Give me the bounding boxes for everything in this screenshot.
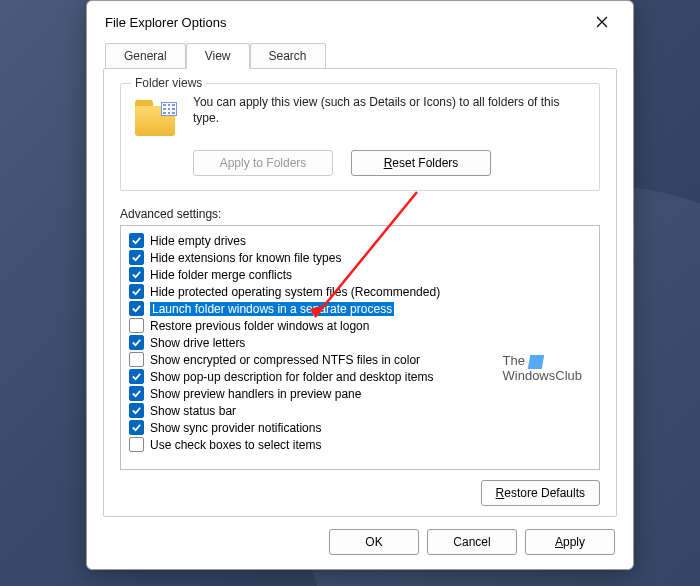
folder-icon [135, 98, 179, 138]
tab-bar: General View Search [87, 43, 633, 68]
checkbox[interactable] [129, 301, 144, 316]
reset-folders-button[interactable]: Reset Folders [351, 150, 491, 176]
setting-label: Hide protected operating system files (R… [150, 285, 440, 299]
checkbox[interactable] [129, 437, 144, 452]
cancel-button[interactable]: Cancel [427, 529, 517, 555]
setting-row[interactable]: Show preview handlers in preview pane [129, 385, 595, 402]
checkbox[interactable] [129, 284, 144, 299]
setting-row[interactable]: Show encrypted or compressed NTFS files … [129, 351, 595, 368]
view-tab-panel: Folder views You can apply this view (su… [103, 68, 617, 517]
setting-label: Show pop-up description for folder and d… [150, 370, 434, 384]
setting-label: Show encrypted or compressed NTFS files … [150, 353, 420, 367]
checkbox[interactable] [129, 250, 144, 265]
folder-views-description: You can apply this view (such as Details… [193, 94, 585, 126]
file-explorer-options-dialog: File Explorer Options General View Searc… [86, 0, 634, 570]
tab-search[interactable]: Search [250, 43, 326, 68]
advanced-settings-label: Advanced settings: [120, 207, 600, 221]
checkbox[interactable] [129, 335, 144, 350]
tab-general[interactable]: General [105, 43, 186, 68]
checkbox[interactable] [129, 233, 144, 248]
setting-label: Show status bar [150, 404, 236, 418]
setting-row[interactable]: Hide extensions for known file types [129, 249, 595, 266]
checkbox[interactable] [129, 369, 144, 384]
ok-button[interactable]: OK [329, 529, 419, 555]
apply-button[interactable]: Apply [525, 529, 615, 555]
titlebar: File Explorer Options [87, 1, 633, 41]
close-button[interactable] [583, 9, 621, 35]
setting-label: Launch folder windows in a separate proc… [150, 302, 394, 316]
setting-label: Show drive letters [150, 336, 245, 350]
advanced-settings-list[interactable]: Hide empty drivesHide extensions for kno… [120, 225, 600, 470]
setting-row[interactable]: Use check boxes to select items [129, 436, 595, 453]
close-icon [596, 16, 608, 28]
setting-label: Show preview handlers in preview pane [150, 387, 361, 401]
checkbox[interactable] [129, 352, 144, 367]
setting-row[interactable]: Hide empty drives [129, 232, 595, 249]
setting-row[interactable]: Show sync provider notifications [129, 419, 595, 436]
checkbox[interactable] [129, 267, 144, 282]
checkbox[interactable] [129, 318, 144, 333]
setting-label: Show sync provider notifications [150, 421, 321, 435]
checkbox[interactable] [129, 403, 144, 418]
setting-row[interactable]: Launch folder windows in a separate proc… [129, 300, 595, 317]
setting-row[interactable]: Show pop-up description for folder and d… [129, 368, 595, 385]
setting-label: Hide empty drives [150, 234, 246, 248]
folder-views-group: Folder views You can apply this view (su… [120, 83, 600, 191]
setting-label: Use check boxes to select items [150, 438, 321, 452]
setting-row[interactable]: Show status bar [129, 402, 595, 419]
setting-row[interactable]: Hide folder merge conflicts [129, 266, 595, 283]
folder-views-legend: Folder views [131, 76, 206, 90]
setting-label: Hide folder merge conflicts [150, 268, 292, 282]
checkbox[interactable] [129, 386, 144, 401]
setting-label: Restore previous folder windows at logon [150, 319, 369, 333]
tab-view[interactable]: View [186, 43, 250, 69]
setting-row[interactable]: Hide protected operating system files (R… [129, 283, 595, 300]
setting-row[interactable]: Show drive letters [129, 334, 595, 351]
apply-to-folders-button: Apply to Folders [193, 150, 333, 176]
setting-label: Hide extensions for known file types [150, 251, 341, 265]
restore-defaults-button[interactable]: Restore Defaults [481, 480, 600, 506]
dialog-button-row: OK Cancel Apply [87, 529, 633, 569]
setting-row[interactable]: Restore previous folder windows at logon [129, 317, 595, 334]
checkbox[interactable] [129, 420, 144, 435]
dialog-title: File Explorer Options [105, 15, 226, 30]
